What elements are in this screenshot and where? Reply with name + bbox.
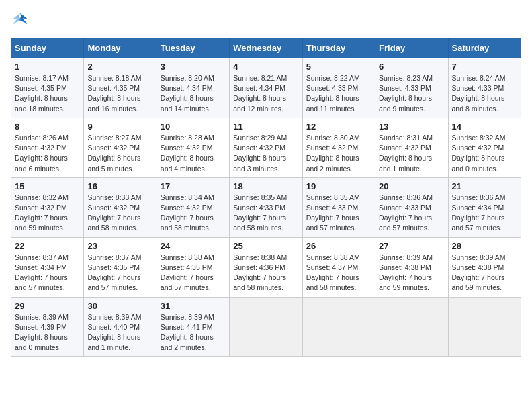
calendar-cell: 27 Sunrise: 8:39 AMSunset: 4:38 PMDaylig… bbox=[375, 237, 448, 297]
calendar-cell: 12 Sunrise: 8:30 AMSunset: 4:32 PMDaylig… bbox=[302, 118, 375, 177]
day-info: Sunrise: 8:22 AMSunset: 4:33 PMDaylight:… bbox=[306, 74, 360, 113]
day-number: 7 bbox=[452, 62, 517, 72]
calendar-cell: 8 Sunrise: 8:26 AMSunset: 4:32 PMDayligh… bbox=[11, 118, 84, 177]
day-info: Sunrise: 8:29 AMSunset: 4:32 PMDaylight:… bbox=[233, 134, 287, 173]
calendar-cell: 10 Sunrise: 8:28 AMSunset: 4:32 PMDaylig… bbox=[157, 118, 229, 177]
day-info: Sunrise: 8:32 AMSunset: 4:32 PMDaylight:… bbox=[452, 134, 506, 173]
calendar-cell: 31 Sunrise: 8:39 AMSunset: 4:41 PMDaylig… bbox=[157, 297, 229, 357]
day-of-week-tuesday: Tuesday bbox=[157, 38, 229, 58]
calendar-cell: 22 Sunrise: 8:37 AMSunset: 4:34 PMDaylig… bbox=[11, 237, 84, 297]
calendar-cell: 5 Sunrise: 8:22 AMSunset: 4:33 PMDayligh… bbox=[302, 58, 375, 118]
day-info: Sunrise: 8:38 AMSunset: 4:36 PMDaylight:… bbox=[233, 253, 287, 292]
day-number: 25 bbox=[233, 241, 298, 251]
calendar-week-5: 29 Sunrise: 8:39 AMSunset: 4:39 PMDaylig… bbox=[11, 297, 521, 357]
day-info: Sunrise: 8:23 AMSunset: 4:33 PMDaylight:… bbox=[379, 74, 433, 113]
day-info: Sunrise: 8:39 AMSunset: 4:40 PMDaylight:… bbox=[87, 313, 141, 352]
calendar-cell bbox=[448, 297, 521, 357]
day-info: Sunrise: 8:38 AMSunset: 4:35 PMDaylight:… bbox=[161, 253, 214, 292]
calendar-cell: 21 Sunrise: 8:36 AMSunset: 4:34 PMDaylig… bbox=[448, 177, 521, 237]
day-number: 26 bbox=[306, 241, 371, 251]
day-number: 15 bbox=[15, 181, 80, 191]
calendar-cell bbox=[230, 297, 302, 357]
day-number: 30 bbox=[87, 301, 152, 311]
day-info: Sunrise: 8:31 AMSunset: 4:32 PMDaylight:… bbox=[379, 134, 433, 173]
calendar-cell: 2 Sunrise: 8:18 AMSunset: 4:35 PMDayligh… bbox=[84, 58, 157, 118]
calendar-week-4: 22 Sunrise: 8:37 AMSunset: 4:34 PMDaylig… bbox=[11, 237, 521, 297]
calendar-header: SundayMondayTuesdayWednesdayThursdayFrid… bbox=[11, 38, 521, 58]
day-number: 24 bbox=[161, 241, 226, 251]
day-info: Sunrise: 8:30 AMSunset: 4:32 PMDaylight:… bbox=[306, 134, 360, 173]
logo-bird-icon bbox=[11, 11, 30, 30]
day-info: Sunrise: 8:37 AMSunset: 4:35 PMDaylight:… bbox=[87, 253, 141, 292]
day-of-week-thursday: Thursday bbox=[302, 38, 375, 58]
day-info: Sunrise: 8:35 AMSunset: 4:33 PMDaylight:… bbox=[306, 193, 360, 232]
days-of-week-row: SundayMondayTuesdayWednesdayThursdayFrid… bbox=[11, 38, 521, 58]
calendar-cell: 18 Sunrise: 8:35 AMSunset: 4:33 PMDaylig… bbox=[230, 177, 302, 237]
calendar-cell: 26 Sunrise: 8:38 AMSunset: 4:37 PMDaylig… bbox=[302, 237, 375, 297]
day-info: Sunrise: 8:36 AMSunset: 4:33 PMDaylight:… bbox=[379, 193, 433, 232]
day-info: Sunrise: 8:39 AMSunset: 4:38 PMDaylight:… bbox=[452, 253, 506, 292]
calendar-cell: 9 Sunrise: 8:27 AMSunset: 4:32 PMDayligh… bbox=[84, 118, 157, 177]
calendar-body: 1 Sunrise: 8:17 AMSunset: 4:35 PMDayligh… bbox=[11, 58, 521, 357]
day-number: 10 bbox=[161, 122, 226, 132]
day-number: 4 bbox=[233, 62, 298, 72]
day-info: Sunrise: 8:18 AMSunset: 4:35 PMDaylight:… bbox=[87, 74, 141, 113]
day-info: Sunrise: 8:39 AMSunset: 4:41 PMDaylight:… bbox=[161, 313, 214, 352]
day-number: 28 bbox=[452, 241, 517, 251]
calendar-week-1: 1 Sunrise: 8:17 AMSunset: 4:35 PMDayligh… bbox=[11, 58, 521, 118]
day-number: 2 bbox=[87, 62, 152, 72]
day-info: Sunrise: 8:24 AMSunset: 4:33 PMDaylight:… bbox=[452, 74, 506, 113]
day-info: Sunrise: 8:17 AMSunset: 4:35 PMDaylight:… bbox=[15, 74, 69, 113]
day-of-week-monday: Monday bbox=[84, 38, 157, 58]
day-number: 14 bbox=[452, 122, 517, 132]
day-info: Sunrise: 8:33 AMSunset: 4:32 PMDaylight:… bbox=[87, 193, 141, 232]
day-number: 12 bbox=[306, 122, 371, 132]
day-number: 31 bbox=[161, 301, 226, 311]
day-number: 19 bbox=[306, 181, 371, 191]
day-info: Sunrise: 8:38 AMSunset: 4:37 PMDaylight:… bbox=[306, 253, 360, 292]
svg-marker-1 bbox=[13, 13, 21, 24]
calendar-cell: 7 Sunrise: 8:24 AMSunset: 4:33 PMDayligh… bbox=[448, 58, 521, 118]
logo bbox=[11, 11, 32, 30]
day-of-week-wednesday: Wednesday bbox=[230, 38, 302, 58]
day-number: 20 bbox=[379, 181, 444, 191]
calendar-cell: 6 Sunrise: 8:23 AMSunset: 4:33 PMDayligh… bbox=[375, 58, 448, 118]
calendar-cell: 16 Sunrise: 8:33 AMSunset: 4:32 PMDaylig… bbox=[84, 177, 157, 237]
calendar-cell bbox=[302, 297, 375, 357]
day-info: Sunrise: 8:34 AMSunset: 4:32 PMDaylight:… bbox=[161, 193, 214, 232]
day-info: Sunrise: 8:27 AMSunset: 4:32 PMDaylight:… bbox=[87, 134, 141, 173]
calendar-cell: 1 Sunrise: 8:17 AMSunset: 4:35 PMDayligh… bbox=[11, 58, 84, 118]
day-number: 29 bbox=[15, 301, 80, 311]
day-number: 13 bbox=[379, 122, 444, 132]
day-number: 5 bbox=[306, 62, 371, 72]
day-number: 8 bbox=[15, 122, 80, 132]
calendar-cell: 17 Sunrise: 8:34 AMSunset: 4:32 PMDaylig… bbox=[157, 177, 229, 237]
calendar-cell: 14 Sunrise: 8:32 AMSunset: 4:32 PMDaylig… bbox=[448, 118, 521, 177]
day-number: 6 bbox=[379, 62, 444, 72]
day-info: Sunrise: 8:21 AMSunset: 4:34 PMDaylight:… bbox=[233, 74, 287, 113]
day-number: 22 bbox=[15, 241, 80, 251]
calendar-cell: 4 Sunrise: 8:21 AMSunset: 4:34 PMDayligh… bbox=[230, 58, 302, 118]
day-info: Sunrise: 8:36 AMSunset: 4:34 PMDaylight:… bbox=[452, 193, 506, 232]
day-number: 3 bbox=[161, 62, 226, 72]
calendar-cell bbox=[375, 297, 448, 357]
day-of-week-sunday: Sunday bbox=[11, 38, 84, 58]
day-of-week-friday: Friday bbox=[375, 38, 448, 58]
day-of-week-saturday: Saturday bbox=[448, 38, 521, 58]
day-number: 16 bbox=[87, 181, 152, 191]
calendar-week-2: 8 Sunrise: 8:26 AMSunset: 4:32 PMDayligh… bbox=[11, 118, 521, 177]
day-number: 18 bbox=[233, 181, 298, 191]
calendar-cell: 28 Sunrise: 8:39 AMSunset: 4:38 PMDaylig… bbox=[448, 237, 521, 297]
day-info: Sunrise: 8:28 AMSunset: 4:32 PMDaylight:… bbox=[161, 134, 214, 173]
day-number: 23 bbox=[87, 241, 152, 251]
day-info: Sunrise: 8:26 AMSunset: 4:32 PMDaylight:… bbox=[15, 134, 69, 173]
day-info: Sunrise: 8:37 AMSunset: 4:34 PMDaylight:… bbox=[15, 253, 69, 292]
calendar-cell: 25 Sunrise: 8:38 AMSunset: 4:36 PMDaylig… bbox=[230, 237, 302, 297]
page-header bbox=[11, 11, 521, 30]
calendar-cell: 20 Sunrise: 8:36 AMSunset: 4:33 PMDaylig… bbox=[375, 177, 448, 237]
day-info: Sunrise: 8:35 AMSunset: 4:33 PMDaylight:… bbox=[233, 193, 287, 232]
calendar-cell: 30 Sunrise: 8:39 AMSunset: 4:40 PMDaylig… bbox=[84, 297, 157, 357]
day-number: 21 bbox=[452, 181, 517, 191]
day-number: 17 bbox=[161, 181, 226, 191]
calendar-table: SundayMondayTuesdayWednesdayThursdayFrid… bbox=[11, 38, 521, 357]
